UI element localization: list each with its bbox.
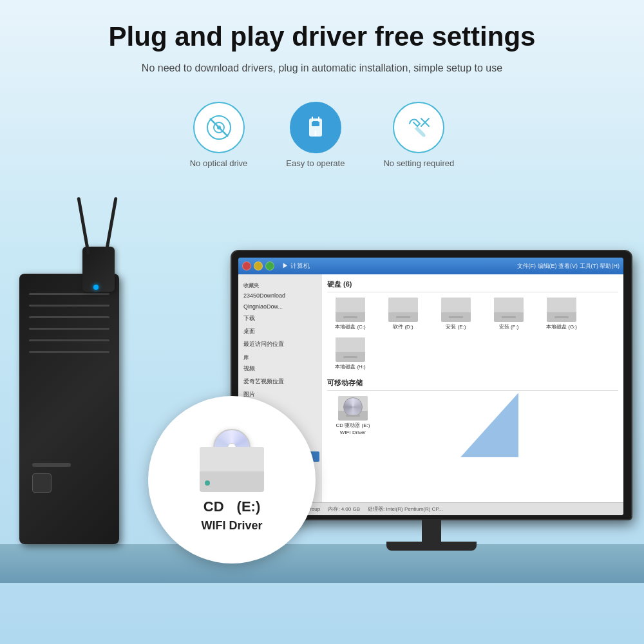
- drive-h-label: 本地磁盘 (H:): [327, 364, 374, 370]
- sidebar-item-video[interactable]: 视频: [241, 363, 319, 375]
- plug-icon: [301, 113, 330, 142]
- drive-d[interactable]: 软件 (D:): [380, 298, 426, 330]
- drive-h-icon: [336, 337, 365, 362]
- sidebar-item-recent[interactable]: 最近访问的位置: [241, 338, 319, 350]
- drive-g-label: 本地磁盘 (G:): [538, 324, 585, 330]
- disc-icon: [205, 113, 233, 142]
- wrench-cross-icon: [404, 113, 433, 142]
- no-optical-drive-icon-circle: [193, 102, 245, 153]
- statusbar-processor: 处理器: Intel(R) Pentium(R) CP...: [368, 506, 442, 513]
- sidebar-libraries-header: 库: [241, 354, 319, 361]
- tower-drive-slot: [32, 463, 71, 467]
- no-setting-icon-circle: [393, 102, 444, 153]
- drive-e-icon: [441, 298, 471, 322]
- drive-c[interactable]: 本地磁盘 (C:): [327, 298, 374, 330]
- cd-drive-e[interactable]: CD 驱动器 (E:)WIFI Driver: [327, 396, 379, 436]
- window-maximize-btn[interactable]: [265, 261, 274, 270]
- statusbar-memory: 内存: 4.00 GB: [328, 506, 360, 513]
- cd-drive-label: CD 驱动器 (E:)WIFI Driver: [327, 422, 379, 436]
- drive-g[interactable]: 本地磁盘 (G:): [538, 298, 585, 330]
- features-icons-row: No optical drive Easy to operate No sett…: [0, 102, 644, 168]
- drives-grid: 本地磁盘 (C:) 软件 (D:) 安装 (E:): [327, 298, 618, 370]
- svg-rect-5: [312, 121, 319, 126]
- easy-operate-icon-circle: [290, 102, 341, 153]
- cd-callout-wifi-label: WIFI Driver: [201, 519, 262, 533]
- window-minimize-btn[interactable]: [254, 261, 263, 270]
- windows-statusbar: 304221719 工作组: WorkGroup 内存: 4.00 GB 处理器…: [322, 502, 623, 515]
- window-menu: 文件(F) 编辑(E) 查看(V) 工具(T) 帮助(H): [517, 262, 620, 270]
- cd-callout-wifi-text: WIFI Driver: [201, 519, 262, 532]
- drive-f-icon: [494, 298, 524, 322]
- sidebar-item-desktop[interactable]: 桌面: [241, 325, 319, 337]
- cd-callout-bubble: CD (E:) WIFI Driver: [148, 396, 316, 564]
- drive-f[interactable]: 安装 (F:): [486, 298, 532, 330]
- monitor-stand-neck: [422, 519, 441, 542]
- svg-line-3: [210, 118, 228, 137]
- sidebar-item-iqiyi[interactable]: 爱奇艺视频位置: [241, 375, 319, 388]
- callout-pointer-triangle: [460, 393, 518, 457]
- main-title: Plug and play driver free settings: [52, 21, 592, 53]
- cd-callout-label-row: CD (E:): [204, 498, 260, 515]
- sidebar-item-qingdao[interactable]: QingniaoDow...: [241, 301, 319, 312]
- desktop-tower-pc: [19, 274, 119, 544]
- sidebar-item-download2[interactable]: 下载: [241, 312, 319, 325]
- feature-easy-to-operate: Easy to operate: [286, 102, 345, 168]
- drive-d-label: 软件 (D:): [380, 324, 426, 330]
- product-scene: ▶ 计算机 文件(F) 编辑(E) 查看(V) 工具(T) 帮助(H) 收藏夹 …: [0, 171, 644, 583]
- sidebar-favorites-header: 收藏夹: [241, 282, 319, 289]
- cd-callout-drive-wrapper: [200, 447, 264, 495]
- subtitle: No need to download drivers, plug in aut…: [52, 61, 592, 76]
- drive-f-label: 安装 (F:): [486, 324, 532, 330]
- window-close-btn[interactable]: [242, 261, 251, 270]
- tower-drive-bay: [32, 473, 52, 493]
- no-optical-drive-label: No optical drive: [190, 158, 248, 168]
- drive-e-label: 安装 (E:): [433, 324, 479, 330]
- drive-g-icon: [547, 298, 576, 322]
- easy-to-operate-label: Easy to operate: [286, 158, 345, 168]
- drive-h[interactable]: 本地磁盘 (H:): [327, 337, 374, 370]
- cd-callout-drive-unit: [200, 447, 264, 492]
- drive-d-icon: [388, 298, 418, 322]
- sidebar-item-download[interactable]: 23450Download: [241, 290, 319, 301]
- feature-no-setting: No setting required: [383, 102, 454, 168]
- cd-drive-icon: [338, 396, 368, 421]
- drive-c-icon: [336, 298, 365, 322]
- wifi-antenna-right: [104, 197, 118, 255]
- wifi-antenna-left: [77, 197, 90, 255]
- cd-callout-cd-text: CD: [204, 498, 224, 515]
- cd-drives-section-title: 可移动存储: [327, 378, 618, 391]
- feature-no-optical-drive: No optical drive: [190, 102, 248, 168]
- windows-titlebar: ▶ 计算机 文件(F) 编辑(E) 查看(V) 工具(T) 帮助(H): [238, 258, 623, 274]
- window-title: ▶ 计算机: [282, 261, 310, 270]
- no-setting-required-label: No setting required: [383, 158, 454, 168]
- drive-e[interactable]: 安装 (E:): [433, 298, 479, 330]
- drives-section-title: 硬盘 (6): [327, 279, 618, 292]
- cd-callout-e-text: (E:): [237, 498, 261, 515]
- monitor-stand-base: [386, 542, 477, 551]
- header-section: Plug and play driver free settings No ne…: [0, 0, 644, 86]
- cd-disc-icon: [343, 397, 363, 417]
- drive-c-label: 本地磁盘 (C:): [327, 324, 374, 330]
